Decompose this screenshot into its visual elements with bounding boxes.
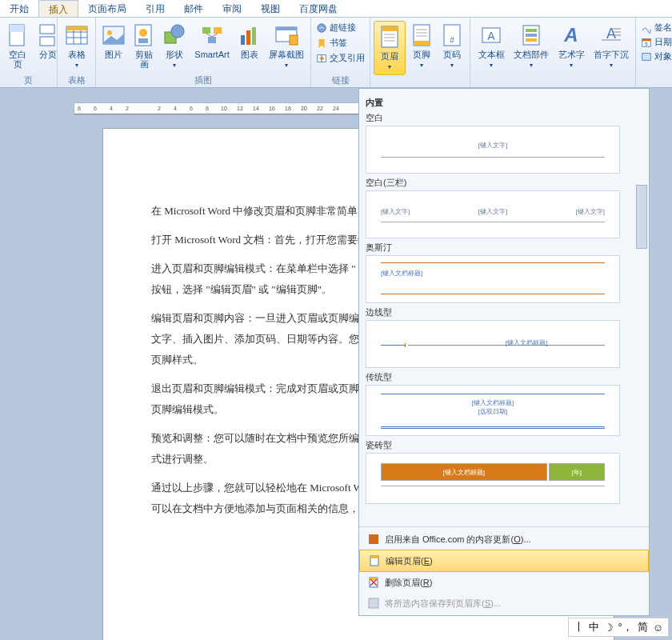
svg-rect-1 <box>10 25 24 32</box>
svg-rect-48 <box>526 34 537 37</box>
ime-cursor-icon: 〡 <box>574 620 584 634</box>
crossref-button[interactable]: 交叉引用 <box>314 51 366 65</box>
pagenumber-button[interactable]: # 页码▾ <box>438 21 466 72</box>
gallery-item-traditional[interactable]: [键入文档标题] [选取日期] <box>366 385 620 436</box>
group-text-label <box>474 86 632 87</box>
quickparts-button[interactable]: 文档部件▾ <box>510 21 552 72</box>
gallery-item-blank-label: 空白 <box>366 112 642 124</box>
svg-text:2: 2 <box>126 106 129 111</box>
tab-home[interactable]: 开始 <box>0 0 38 17</box>
svg-line-20 <box>206 34 212 37</box>
svg-text:5: 5 <box>645 41 648 46</box>
gallery-item-sideline[interactable]: [键入文档标题] <box>366 320 620 368</box>
object-button[interactable]: 对象 ▾ <box>639 50 672 63</box>
svg-text:22: 22 <box>317 106 323 111</box>
svg-rect-38 <box>414 41 430 46</box>
footer-button[interactable]: 页脚▾ <box>407 21 436 72</box>
svg-rect-2 <box>40 25 54 34</box>
gallery-item-blank3[interactable]: [键入文字] [键入文字] [键入文字] <box>366 190 620 238</box>
ime-lang[interactable]: 中 <box>589 620 599 634</box>
header-button[interactable]: 页眉▾ <box>375 22 404 74</box>
svg-text:6: 6 <box>94 106 97 111</box>
svg-text:4: 4 <box>110 106 113 111</box>
ime-bar[interactable]: 〡 中 ☽ °， 简 ☺ <box>568 618 669 637</box>
gallery-item-tiles[interactable]: [键入文档标题] [年] <box>366 453 620 504</box>
group-tables-label: 表格 <box>61 74 92 87</box>
gallery-item-tiles-label: 瓷砖型 <box>366 439 642 451</box>
coverpage-button[interactable]: 空白页 <box>3 21 32 70</box>
svg-rect-24 <box>252 27 256 45</box>
svg-rect-49 <box>526 38 537 42</box>
ime-charset[interactable]: 简 <box>638 620 648 634</box>
svg-point-11 <box>107 30 112 35</box>
gallery-item-blank[interactable]: [键入文字] <box>366 126 620 174</box>
chart-button[interactable]: 图表 <box>235 21 264 61</box>
menu-remove-header[interactable]: 删除页眉(R) <box>359 572 649 593</box>
tab-references[interactable]: 引用 <box>136 0 174 17</box>
menu-edit-header[interactable]: 编辑页眉(E) <box>359 550 649 572</box>
svg-rect-17 <box>202 27 210 34</box>
picture-button[interactable]: 图片 <box>99 21 128 61</box>
datetime-button[interactable]: 5日期和时间 <box>639 35 672 49</box>
tab-baidu[interactable]: 百度网盘 <box>290 0 347 17</box>
gallery-item-sideline-label: 边线型 <box>366 306 642 318</box>
svg-point-13 <box>139 29 147 37</box>
svg-text:12: 12 <box>237 106 243 111</box>
menu-office-updates[interactable]: 启用来自 Office.com 的内容更新(O)... <box>359 529 649 550</box>
group-illustrations-label: 插图 <box>99 74 307 87</box>
gallery-category-builtin: 内置 <box>366 97 642 109</box>
header-gallery-scroll[interactable]: 内置 空白 [键入文字] 空白(三栏) [键入文字] [键入文字] [键入文字]… <box>359 89 649 526</box>
dropcap-button[interactable]: A 首字下沉▾ <box>590 21 632 72</box>
ribbon-tabs: 开始 插入 页面布局 引用 邮件 审阅 视图 百度网盘 <box>0 0 672 18</box>
clipart-button[interactable]: 剪贴画 <box>130 21 158 70</box>
ime-punct[interactable]: °， <box>618 620 633 634</box>
svg-point-28 <box>318 23 326 32</box>
smile-icon[interactable]: ☺ <box>653 622 663 634</box>
table-button[interactable]: 表格▾ <box>61 21 92 72</box>
svg-rect-26 <box>276 27 297 30</box>
svg-rect-3 <box>40 37 54 46</box>
signature-button[interactable]: 签名行 ▾ <box>639 21 672 34</box>
group-pages-label: 页 <box>3 74 54 87</box>
moon-icon[interactable]: ☽ <box>604 622 614 634</box>
svg-rect-59 <box>642 53 651 60</box>
wordart-button[interactable]: A 艺术字▾ <box>554 21 589 72</box>
tab-layout[interactable]: 页面布局 <box>78 0 136 17</box>
svg-rect-14 <box>138 38 148 43</box>
svg-text:16: 16 <box>269 106 275 111</box>
hyperlink-button[interactable]: 超链接 <box>314 21 358 34</box>
tab-insert[interactable]: 插入 <box>38 0 78 17</box>
textbox-button[interactable]: A 文本框▾ <box>474 21 509 72</box>
svg-text:A: A <box>563 24 578 46</box>
tab-mailings[interactable]: 邮件 <box>174 0 213 17</box>
shapes-button[interactable]: 形状▾ <box>160 21 189 72</box>
group-headerfooter-label <box>374 86 466 87</box>
svg-text:4: 4 <box>174 106 177 111</box>
svg-text:8: 8 <box>78 106 81 111</box>
svg-text:2: 2 <box>158 106 161 111</box>
menu-save-to-gallery: 将所选内容保存到页眉库(S)... <box>359 593 649 614</box>
svg-rect-47 <box>526 29 537 32</box>
svg-text:10: 10 <box>221 106 227 111</box>
svg-text:A: A <box>487 30 495 42</box>
svg-rect-83 <box>369 598 378 608</box>
gallery-item-austin[interactable]: [键入文档标题] <box>366 255 620 303</box>
tab-view[interactable]: 视图 <box>251 0 290 17</box>
svg-text:20: 20 <box>301 106 307 111</box>
svg-rect-18 <box>214 27 222 34</box>
svg-rect-27 <box>290 35 298 45</box>
screenshot-button[interactable]: 屏幕截图▾ <box>266 21 307 72</box>
svg-line-21 <box>212 34 218 37</box>
gallery-footer: 启用来自 Office.com 的内容更新(O)... 编辑页眉(E) 删除页眉… <box>359 526 649 615</box>
svg-rect-33 <box>382 26 398 31</box>
svg-text:A: A <box>606 26 616 42</box>
bookmark-button[interactable]: 书签 <box>314 36 349 50</box>
svg-text:14: 14 <box>253 106 259 111</box>
svg-rect-23 <box>246 30 250 45</box>
smartart-button[interactable]: SmartArt <box>190 21 234 61</box>
tab-review[interactable]: 审阅 <box>213 0 251 17</box>
gallery-scrollbar-thumb[interactable] <box>636 185 647 249</box>
group-links-label: 链接 <box>314 74 366 87</box>
svg-rect-78 <box>370 556 378 558</box>
gallery-item-blank3-label: 空白(三栏) <box>366 177 642 189</box>
